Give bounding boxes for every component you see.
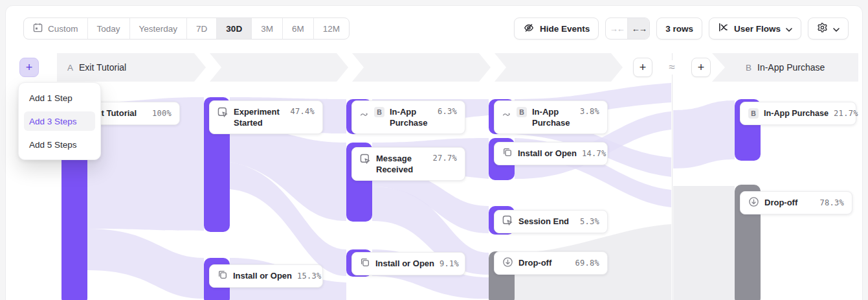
date-range-today[interactable]: Today <box>88 18 130 39</box>
flow-node-install-or-open[interactable]: Install or Open 15.3% <box>209 264 323 288</box>
flow-node-in-app-purchase[interactable]: B In-App Purchase 6.3% <box>351 100 465 134</box>
collapse-expand-control: →← ←→ <box>605 17 650 40</box>
rows-label: 3 rows <box>665 24 693 34</box>
expand-icon: ←→ <box>632 24 646 34</box>
date-range-control: Custom Today Yesterday 7D 30D 3M 6M 12M <box>23 17 350 40</box>
node-percent: 27.7% <box>432 154 457 163</box>
settings-dropdown[interactable] <box>808 17 849 40</box>
app-open-icon <box>217 270 228 283</box>
node-label: Install or Open <box>233 271 292 282</box>
custom-event-icon <box>217 107 228 121</box>
flow-node-experiment-started[interactable]: Experiment Started 47.4% <box>209 100 323 134</box>
expand-columns-button[interactable]: ←→ <box>628 18 649 39</box>
node-percent: 5.3% <box>580 217 599 226</box>
flow-node-install-or-open[interactable]: Install or Open 9.1% <box>351 252 465 275</box>
node-percent: 47.4% <box>290 107 315 116</box>
node-label: Drop-off <box>518 258 551 269</box>
step-letter: A <box>67 63 73 73</box>
step-header-chevron <box>495 53 623 82</box>
add-step-before-b-button[interactable]: + <box>691 58 711 77</box>
step-header-a: A Exit Tutorial <box>57 53 206 82</box>
step-b-badge: B <box>374 107 384 117</box>
step-title: In-App Purchase <box>757 62 825 73</box>
step-b-badge: B <box>748 108 759 119</box>
toolbar-right: Hide Events →← ←→ 3 rows User Flows <box>514 17 849 38</box>
flow-node-in-app-purchase[interactable]: B In-App Purchase 21.7% <box>740 102 856 125</box>
node-percent: 100% <box>152 109 172 118</box>
date-range-custom[interactable]: Custom <box>24 18 88 39</box>
collapse-columns-button[interactable]: →← <box>606 18 628 39</box>
app-open-icon <box>360 257 370 270</box>
menu-item-add-5-steps[interactable]: Add 5 Steps <box>24 135 95 154</box>
add-step-before-button[interactable]: + <box>19 58 39 77</box>
eye-off-icon <box>523 22 535 36</box>
node-label: Experiment Started <box>234 107 285 129</box>
node-percent: 15.3% <box>297 271 322 281</box>
jump-arrow-icon <box>502 109 511 121</box>
section-separator-icon: ≈ <box>664 60 680 75</box>
node-label: Install or Open <box>518 148 577 159</box>
node-label: Drop-off <box>764 198 797 209</box>
section-divider-line <box>672 53 673 300</box>
flow-node-session-end[interactable]: Session End 5.3% <box>494 210 608 233</box>
gear-icon <box>817 22 828 35</box>
menu-item-add-1-step[interactable]: Add 1 Step <box>24 88 95 108</box>
add-step-after-a-button[interactable]: + <box>633 58 652 77</box>
node-percent: 6.3% <box>438 107 457 116</box>
flow-node-install-or-open[interactable]: Install or Open 14.7% <box>494 142 608 165</box>
node-label: Message Received <box>376 154 427 176</box>
step-title: Exit Tutorial <box>79 62 126 73</box>
flow-node-in-app-purchase[interactable]: B In-App Purchase 3.8% <box>494 100 608 134</box>
step-header-b: B In-App Purchase <box>712 53 858 82</box>
date-range-yesterday[interactable]: Yesterday <box>130 18 188 39</box>
app-open-icon <box>502 147 513 160</box>
chevron-down-icon <box>833 24 840 34</box>
jump-arrow-icon <box>360 109 369 121</box>
step-letter: B <box>746 63 751 73</box>
user-flows-icon <box>718 22 729 35</box>
date-range-30d[interactable]: 30D <box>217 18 252 39</box>
calendar-icon <box>33 23 43 34</box>
step-header-chevron <box>352 53 491 82</box>
node-label: In-App Purchase <box>764 108 829 119</box>
add-steps-menu: Add 1 Step Add 3 Steps Add 5 Steps <box>18 82 101 160</box>
step-b-badge: B <box>517 107 527 117</box>
collapse-icon: →← <box>610 24 624 34</box>
node-percent: 21.7% <box>834 109 858 118</box>
drop-off-icon <box>748 196 759 210</box>
node-label: Install or Open <box>375 259 434 270</box>
date-range-3m[interactable]: 3M <box>252 18 283 39</box>
custom-event-icon <box>360 154 371 167</box>
flow-node-drop-off[interactable]: Drop-off 78.3% <box>740 191 852 214</box>
step-header-chevron <box>210 53 348 82</box>
hide-events-button[interactable]: Hide Events <box>514 17 599 40</box>
date-range-12m[interactable]: 12M <box>314 18 349 39</box>
node-percent: 78.3% <box>819 198 844 207</box>
view-type-label: User Flows <box>734 24 781 34</box>
node-percent: 3.8% <box>580 107 599 116</box>
date-range-label: Custom <box>48 24 78 34</box>
custom-event-icon <box>502 215 513 229</box>
flow-node-drop-off[interactable]: Drop-off 69.8% <box>494 251 608 275</box>
node-label: In-App Purchase <box>390 107 432 129</box>
rows-button[interactable]: 3 rows <box>656 17 702 40</box>
view-type-dropdown[interactable]: User Flows <box>709 17 801 40</box>
node-percent: 14.7% <box>582 149 606 158</box>
hide-events-label: Hide Events <box>540 24 590 34</box>
node-label: In-App Purchase <box>532 107 575 129</box>
date-range-7d[interactable]: 7D <box>187 18 217 39</box>
menu-item-add-3-steps[interactable]: Add 3 Steps <box>24 111 95 131</box>
drop-off-icon <box>502 257 513 270</box>
chevron-down-icon <box>786 24 792 34</box>
date-range-6m[interactable]: 6M <box>283 18 314 39</box>
node-percent: 69.8% <box>575 259 599 268</box>
node-percent: 9.1% <box>440 259 459 268</box>
node-label: Session End <box>518 216 569 227</box>
flow-node-message-received[interactable]: Message Received 27.7% <box>351 147 465 181</box>
